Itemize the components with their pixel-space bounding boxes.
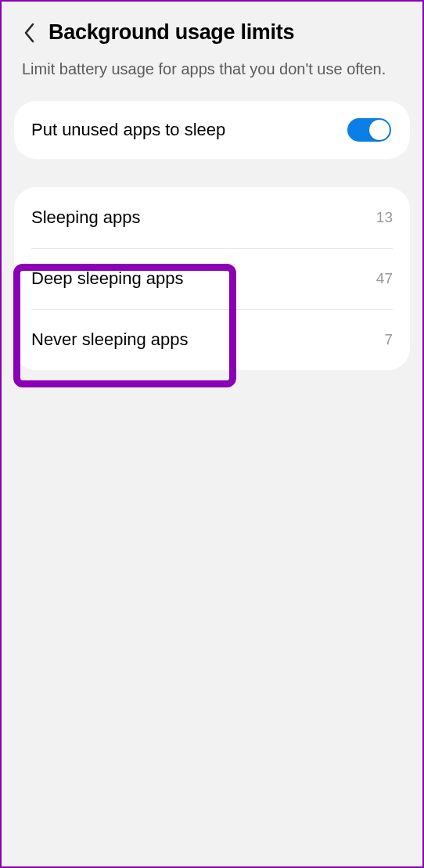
list-item-count: 7 [384, 331, 393, 348]
toggle-card: Put unused apps to sleep [14, 101, 410, 159]
apps-list-card: Sleeping apps 13 Deep sleeping apps 47 N… [14, 187, 410, 370]
list-item-label: Sleeping apps [31, 207, 140, 228]
sleep-toggle-switch[interactable] [347, 118, 391, 142]
back-icon[interactable] [22, 22, 36, 44]
page-title: Background usage limits [49, 20, 294, 45]
sleeping-apps-row[interactable]: Sleeping apps 13 [14, 187, 410, 248]
list-item-label: Never sleeping apps [31, 330, 189, 350]
never-sleeping-apps-row[interactable]: Never sleeping apps 7 [14, 309, 410, 370]
toggle-label: Put unused apps to sleep [31, 120, 225, 140]
list-item-count: 13 [376, 209, 393, 226]
list-item-count: 47 [376, 270, 393, 287]
deep-sleeping-apps-row[interactable]: Deep sleeping apps 47 [14, 248, 410, 309]
list-item-label: Deep sleeping apps [31, 268, 183, 289]
switch-thumb [369, 120, 390, 140]
page-description: Limit battery usage for apps that you do… [2, 45, 422, 101]
put-unused-apps-to-sleep-row[interactable]: Put unused apps to sleep [14, 101, 410, 159]
